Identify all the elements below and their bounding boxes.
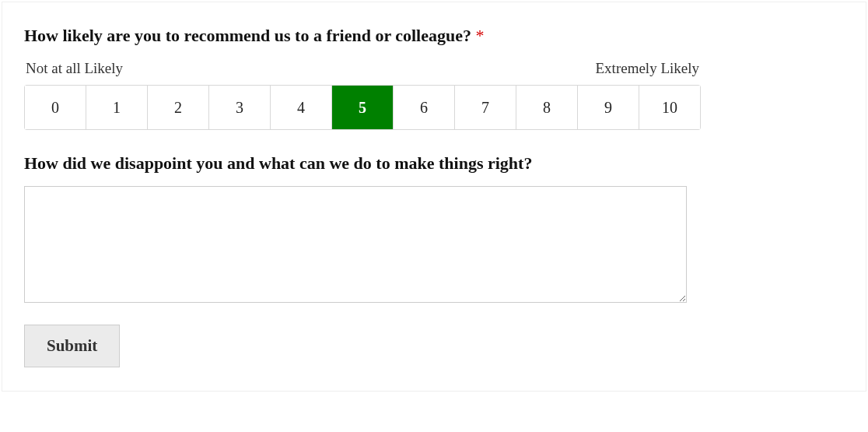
rating-option-0[interactable]: 0 (25, 86, 86, 129)
scale-labels: Not at all Likely Extremely Likely (24, 60, 701, 77)
rating-option-10[interactable]: 10 (639, 86, 700, 129)
submit-button[interactable]: Submit (24, 325, 120, 367)
followup-question: How did we disappoint you and what can w… (24, 153, 844, 174)
survey-form: How likely are you to recommend us to a … (2, 2, 866, 392)
feedback-textarea[interactable] (24, 186, 687, 303)
rating-option-4[interactable]: 4 (271, 86, 332, 129)
rating-grid: 012345678910 (24, 85, 701, 130)
low-anchor-label: Not at all Likely (26, 60, 123, 77)
rating-option-9[interactable]: 9 (578, 86, 639, 129)
high-anchor-label: Extremely Likely (596, 60, 699, 77)
required-indicator: * (476, 26, 485, 45)
nps-question: How likely are you to recommend us to a … (24, 26, 844, 46)
rating-option-8[interactable]: 8 (516, 86, 578, 129)
rating-option-3[interactable]: 3 (209, 86, 271, 129)
rating-option-5[interactable]: 5 (332, 86, 394, 129)
rating-option-6[interactable]: 6 (394, 86, 455, 129)
rating-option-2[interactable]: 2 (148, 86, 209, 129)
nps-question-text: How likely are you to recommend us to a … (24, 26, 471, 45)
rating-option-7[interactable]: 7 (455, 86, 516, 129)
rating-option-1[interactable]: 1 (86, 86, 148, 129)
